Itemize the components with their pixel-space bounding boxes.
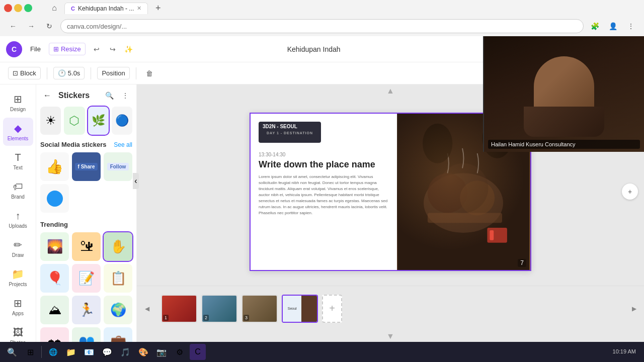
taskbar-app5-button[interactable]: 📷	[153, 344, 170, 360]
webcam-video: Hailan Hamid Kuseru Consultancy	[484, 36, 644, 152]
extensions-button[interactable]: 🧩	[588, 19, 602, 33]
tab-close-button[interactable]: ✕	[137, 5, 141, 12]
taskbar-app1-button[interactable]: 📧	[81, 344, 97, 360]
sticker-notes[interactable]: 📝	[72, 264, 101, 293]
sticker-follow[interactable]: Follow	[104, 152, 132, 181]
menu-button[interactable]: ⋮	[624, 19, 638, 33]
taskbar-browser-button[interactable]: 🌐	[45, 344, 61, 360]
sticker-mountain[interactable]: ⛰	[40, 296, 69, 324]
sticker-hand[interactable]: ✋	[104, 232, 132, 261]
sidebar-item-text-label: Text	[13, 165, 22, 170]
taskbar-app6-button[interactable]: ⚙	[172, 344, 188, 360]
sticker-earth[interactable]: 🌍	[104, 296, 132, 324]
sidebar-item-design[interactable]: ⊞ Design	[3, 88, 33, 117]
more-button[interactable]: ⋮	[118, 88, 132, 103]
sticker-circle-blue[interactable]	[40, 184, 69, 213]
taskbar-divider	[41, 346, 42, 358]
canva-logo[interactable]: C	[6, 41, 22, 57]
magic-button[interactable]: ✨	[122, 42, 136, 56]
add-element-button[interactable]: +	[622, 184, 638, 200]
position-button[interactable]: Position	[97, 67, 129, 79]
sidebar-item-elements[interactable]: ◆ Elements	[3, 118, 33, 146]
sidebar-item-draw[interactable]: ✏ Draw	[3, 234, 33, 262]
webcam-name-label: Hailan Hamid Kuseru Consultancy	[488, 140, 640, 149]
browser-tab[interactable]: C Kehidupan Indah - ... ✕	[64, 3, 148, 14]
sidebar-item-apps[interactable]: ⊞ Apps	[3, 293, 33, 321]
address-bar[interactable]: canva.com/design/...	[60, 19, 584, 33]
project-title: Kehidupan Indah	[287, 45, 341, 53]
sticker-animated-1[interactable]: ☀	[40, 107, 61, 135]
resize-button[interactable]: ⊞ Resize	[49, 43, 86, 55]
undo-button[interactable]: ↩	[90, 42, 104, 56]
block-icon: ⊡	[13, 69, 18, 77]
sidebar-item-text[interactable]: T Text	[3, 147, 33, 175]
sticker-vintage[interactable]: 🏜	[72, 232, 101, 261]
scroll-down-indicator[interactable]: ▼	[386, 332, 394, 341]
sidebar-item-elements-label: Elements	[8, 136, 29, 141]
close-window-button[interactable]	[4, 4, 12, 12]
sticker-animated-3[interactable]: 🌿	[88, 107, 109, 135]
sticker-balloon[interactable]: 🎈	[40, 264, 69, 293]
thumbnail-4[interactable]: Seoul	[282, 295, 318, 323]
thumbnail-2[interactable]: 2	[201, 295, 237, 323]
draw-icon: ✏	[14, 239, 22, 251]
slide-place-name[interactable]: Write down the place name	[259, 159, 389, 170]
slide-tag: 3D2N - SEOUL DAY 1 - DESTINATION	[259, 122, 321, 143]
sticker-thumbsup[interactable]: 👍	[40, 152, 69, 181]
sticker-paper[interactable]: 📋	[104, 264, 132, 293]
toolbar-divider-2	[91, 67, 91, 79]
taskbar-search-button[interactable]: 🔍	[4, 344, 20, 360]
forward-button[interactable]: →	[24, 19, 38, 33]
toolbar-divider-1	[47, 67, 47, 79]
taskbar-explorer-button[interactable]: 📁	[63, 344, 79, 360]
profile-button[interactable]: 👤	[606, 19, 620, 33]
clock-icon: 🕐	[58, 69, 66, 77]
sticker-animated-2[interactable]: ⬡	[64, 107, 85, 135]
sidebar-item-uploads[interactable]: ↑ Uploads	[3, 205, 33, 233]
home-button[interactable]: ⌂	[48, 2, 60, 14]
sidebar-item-projects[interactable]: 📁 Projects	[3, 263, 33, 292]
sidebar-item-draw-label: Draw	[12, 252, 24, 258]
taskbar-app3-button[interactable]: 🎵	[117, 344, 133, 360]
sidebar-item-brand-label: Brand	[11, 194, 25, 200]
sticker-facebook-share[interactable]: f Share	[72, 152, 101, 181]
back-button[interactable]: ←	[6, 19, 20, 33]
social-media-section-title: Social Media stickers	[40, 141, 107, 148]
thumbnail-3[interactable]: 3	[242, 295, 278, 323]
block-button[interactable]: ⊡ Block	[8, 67, 41, 79]
scroll-up-indicator[interactable]: ▲	[386, 86, 394, 96]
back-button[interactable]: ←	[40, 88, 54, 103]
sticker-nature-1[interactable]: 🌄	[40, 232, 69, 261]
sidebar-collapse-handle[interactable]: ‹	[133, 173, 139, 189]
sidebar-icon-list: ⊞ Design ◆ Elements T Text 🏷 Brand ↑	[0, 84, 36, 362]
minimize-window-button[interactable]	[14, 4, 22, 12]
taskbar-app2-button[interactable]: 💬	[99, 344, 115, 360]
refresh-button[interactable]: ↻	[42, 19, 56, 33]
duration-button[interactable]: 🕐 5.0s	[53, 67, 85, 79]
trending-grid: 🌄 🏜 ✋ 🎈 📝 📋	[40, 232, 132, 356]
add-slide-button[interactable]: +	[322, 295, 342, 323]
file-menu[interactable]: File	[26, 43, 45, 55]
scroll-right-button[interactable]: ▶	[624, 286, 644, 331]
delete-button[interactable]: 🗑	[142, 66, 156, 80]
scroll-left-button[interactable]: ◀	[137, 286, 157, 331]
sticker-person[interactable]: 🏃	[72, 296, 101, 324]
apps-icon: ⊞	[14, 297, 22, 309]
sidebar-item-brand[interactable]: 🏷 Brand	[3, 176, 33, 204]
brand-icon: 🏷	[13, 181, 23, 193]
taskbar-widgets-button[interactable]: ⊞	[22, 344, 38, 360]
taskbar-canva-button[interactable]: C	[190, 344, 206, 360]
stickers-panel: ← Stickers 🔍 ⋮ ☀ ⬡ 🌿	[36, 84, 136, 362]
thumbnails-bar: ◀ 1 2 3	[137, 286, 644, 331]
maximize-window-button[interactable]	[24, 4, 32, 12]
sticker-animated-4[interactable]: 🔵	[112, 107, 132, 135]
search-toggle-button[interactable]: 🔍	[102, 88, 116, 103]
taskbar-app4-button[interactable]: 🎨	[135, 344, 151, 360]
new-tab-button[interactable]: +	[152, 2, 164, 14]
redo-button[interactable]: ↪	[106, 42, 120, 56]
photos-icon: 🖼	[13, 327, 23, 338]
taskbar: 🔍 ⊞ 🌐 📁 📧 💬 🎵 🎨 📷 ⚙ C 10:19 AM	[0, 342, 644, 362]
social-media-see-all[interactable]: See all	[114, 141, 132, 148]
slide-page-number: 7	[518, 259, 526, 267]
thumbnail-1[interactable]: 1	[161, 295, 197, 323]
